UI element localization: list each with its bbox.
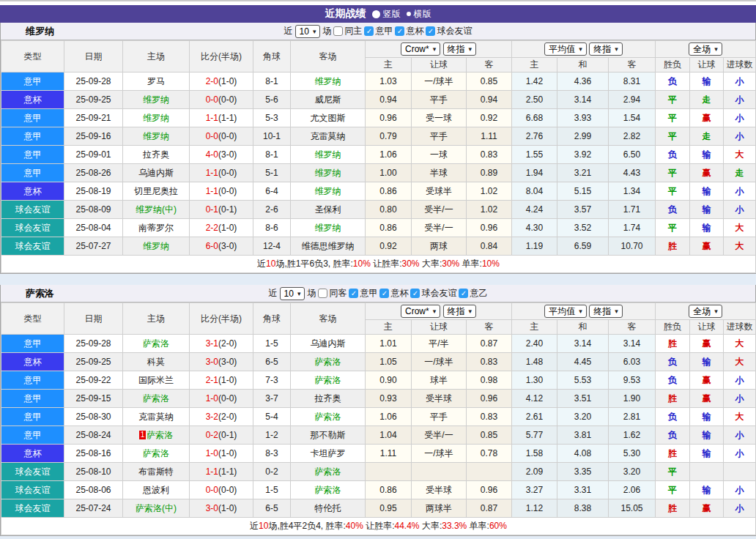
league-type-cell: 意甲 bbox=[1, 146, 64, 164]
same-side-checkbox[interactable]: 同客 bbox=[318, 287, 346, 300]
away-team-cell: 维罗纳 bbox=[291, 146, 366, 164]
away-team-name: 特伦托 bbox=[315, 503, 341, 513]
score-cell: 0-0(0-0) bbox=[190, 127, 253, 146]
final-index-select[interactable]: 终指▾ bbox=[443, 42, 477, 56]
crow-odds-cell-1: 半球 bbox=[412, 164, 467, 182]
average-odds-cell-1: 3.21 bbox=[557, 164, 609, 182]
checkbox-checked-icon: ✓ bbox=[459, 289, 468, 298]
recent-count-select[interactable]: 10▾ bbox=[295, 25, 321, 38]
average-odds-cell-0: 1.12 bbox=[512, 499, 557, 518]
sub-header-2: 客 bbox=[467, 320, 512, 335]
odds-source-select[interactable]: Crow*▾ bbox=[401, 305, 440, 318]
crow-odds-cell-2: 1.02 bbox=[467, 182, 512, 201]
select-value: 全场 bbox=[693, 306, 711, 316]
score-cell: 0-1(0-1) bbox=[190, 201, 253, 219]
result-cell-2: 小 bbox=[724, 371, 756, 390]
same-side-checkbox[interactable]: 同主 bbox=[333, 25, 362, 37]
average-odds-cell-0: 4.24 bbox=[512, 201, 557, 219]
score-cell: 1-1(0-0) bbox=[190, 182, 253, 201]
crow-odds-cell-2: 0.83 bbox=[467, 353, 512, 371]
date-cell: 25-09-21 bbox=[64, 109, 123, 127]
chevron-down-icon: ▾ bbox=[297, 290, 301, 297]
final-index-select[interactable]: 终指▾ bbox=[443, 305, 477, 318]
league-checkbox-0[interactable]: ✓意甲 bbox=[364, 25, 393, 37]
games-label: 场 bbox=[322, 25, 331, 37]
table-header-group-row: 类型日期主场比分(半场)角球客场Crow*▾ 终指▾平均值▾ 终指▾全场▾ bbox=[1, 303, 756, 320]
checkbox-checked-icon: ✓ bbox=[426, 26, 435, 36]
average-select[interactable]: 平均值▾ bbox=[544, 42, 587, 56]
result-cell-0: 平 bbox=[656, 91, 690, 109]
result-cell-2: 小 bbox=[724, 481, 756, 499]
result-cell-1: 输 bbox=[690, 73, 724, 91]
date-cell: 25-08-26 bbox=[64, 164, 123, 182]
date-cell: 25-08-30 bbox=[64, 408, 123, 426]
crow-odds-cell-2: 1.11 bbox=[467, 127, 512, 146]
crow-odds-cell-1: 受球半 bbox=[412, 182, 467, 201]
average-odds-cell-0: 2.61 bbox=[512, 408, 557, 426]
result-cell-2: 小 bbox=[724, 91, 756, 109]
scope-select[interactable]: 全场▾ bbox=[689, 305, 722, 318]
corner-cell: 6-5 bbox=[253, 353, 291, 371]
scope-select[interactable]: 全场▾ bbox=[689, 42, 722, 56]
result-cell-1: 赢 bbox=[690, 237, 724, 256]
recent-count-select[interactable]: 10▾ bbox=[280, 287, 305, 300]
away-team-name: 乌迪内斯 bbox=[311, 338, 346, 349]
average-select[interactable]: 平均值▾ bbox=[544, 305, 587, 318]
layout-radio-horizontal[interactable]: 横版 bbox=[407, 8, 431, 21]
odds-group-average: 平均值▾ 终指▾ bbox=[512, 303, 656, 320]
average-odds-cell-2: 5.30 bbox=[609, 445, 656, 463]
final-index-select-2[interactable]: 终指▾ bbox=[589, 305, 623, 318]
final-index-select-2[interactable]: 终指▾ bbox=[589, 42, 623, 56]
home-team-cell: 萨索洛 bbox=[123, 445, 190, 463]
league-type-cell: 意甲 bbox=[1, 164, 64, 182]
col-header-1: 日期 bbox=[64, 303, 123, 335]
sub-header-4: 和 bbox=[557, 58, 609, 73]
crow-odds-cell-0: 0.90 bbox=[366, 371, 412, 390]
table-row: 意甲25-08-30克雷莫纳3-2(2-0)5-4萨索洛1.06平手0.832.… bbox=[1, 408, 756, 426]
league-checkbox-2[interactable]: ✓球会友谊 bbox=[426, 25, 472, 37]
sub-header-5: 客 bbox=[609, 58, 656, 73]
league-checkbox-0[interactable]: ✓意甲 bbox=[349, 287, 377, 300]
average-odds-cell-1: 6.59 bbox=[557, 237, 609, 256]
away-team-name: 维罗纳 bbox=[315, 186, 341, 196]
home-team-name: 布雷斯特 bbox=[138, 466, 174, 477]
average-odds-cell-2: 10.70 bbox=[609, 237, 656, 256]
result-cell-2 bbox=[724, 463, 756, 481]
crow-odds-cell-0: 0.93 bbox=[366, 390, 412, 408]
halftime-score: (0-1) bbox=[218, 430, 237, 440]
checkbox-unchecked-icon bbox=[318, 289, 327, 298]
recent-label: 近 bbox=[269, 287, 278, 300]
crow-odds-cell-2: 0.94 bbox=[467, 91, 512, 109]
halftime-score: (0-0) bbox=[218, 168, 237, 178]
result-cell-0: 负 bbox=[656, 353, 690, 371]
home-team-cell: 维罗纳 bbox=[123, 109, 190, 127]
sub-header-4: 和 bbox=[557, 320, 609, 335]
league-checkbox-2[interactable]: ✓球会友谊 bbox=[410, 287, 456, 300]
league-checkbox-1[interactable]: ✓意杯 bbox=[379, 287, 408, 300]
corner-cell: 1-2 bbox=[253, 426, 291, 445]
league-checkbox-1[interactable]: ✓意杯 bbox=[395, 25, 423, 37]
corner-cell: 8-6 bbox=[253, 219, 291, 237]
corner-cell: 1-5 bbox=[253, 481, 291, 499]
crow-odds-cell-1: 受半球 bbox=[412, 390, 467, 408]
average-odds-cell-2: 3.20 bbox=[609, 463, 656, 481]
crow-odds-cell-0: 0.96 bbox=[366, 109, 412, 127]
corner-cell: 10-1 bbox=[253, 127, 291, 146]
league-checkbox-3[interactable]: ✓意乙 bbox=[459, 287, 487, 300]
home-team-cell: 克雷莫纳 bbox=[123, 408, 190, 426]
crow-odds-cell-0: 1.01 bbox=[366, 335, 412, 353]
date-cell: 25-08-09 bbox=[64, 201, 123, 219]
average-odds-cell-0: 2.09 bbox=[512, 463, 557, 481]
red-card-badge: 1 bbox=[139, 431, 147, 439]
layout-radio-vertical[interactable]: 竖版 bbox=[372, 8, 401, 21]
average-odds-cell-1: 3.93 bbox=[557, 109, 609, 127]
home-team-name: 克雷莫纳 bbox=[138, 412, 174, 422]
home-team-name: 维罗纳(中) bbox=[136, 204, 177, 215]
col-header-3: 比分(半场) bbox=[190, 303, 253, 335]
result-cell-2: 小 bbox=[724, 109, 756, 127]
chevron-down-icon: ▾ bbox=[615, 45, 618, 53]
average-odds-cell-0: 6.68 bbox=[512, 109, 557, 127]
odds-source-select[interactable]: Crow*▾ bbox=[401, 42, 440, 56]
result-cell-2: 小 bbox=[724, 73, 756, 91]
fulltime-score: 3-0 bbox=[206, 357, 218, 367]
